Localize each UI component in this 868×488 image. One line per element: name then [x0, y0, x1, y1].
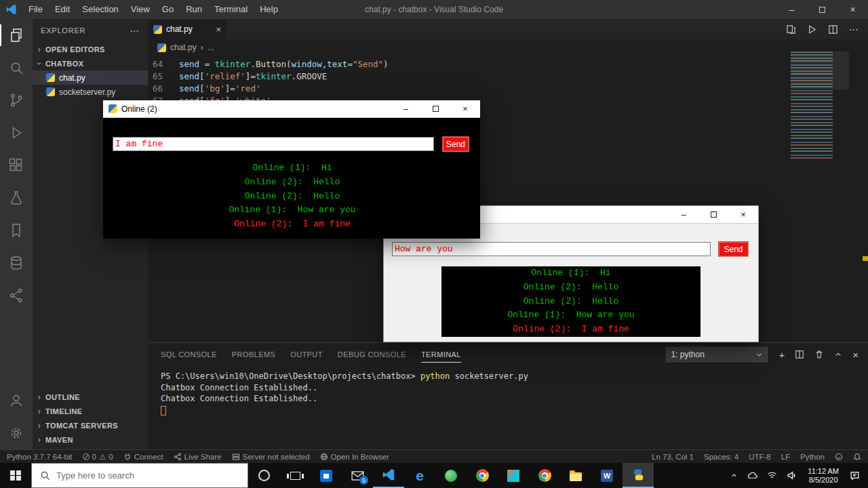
onedrive-icon[interactable] [743, 463, 762, 488]
minimize-button[interactable]: – [391, 100, 420, 117]
close-button[interactable]: × [837, 0, 868, 19]
terminal-shell-select[interactable]: 1: python [665, 346, 768, 363]
database-icon[interactable] [0, 247, 33, 279]
sql-connect-status[interactable]: Connect [123, 453, 163, 461]
breadcrumb[interactable]: chat.py › ... [148, 39, 868, 56]
terminal-output[interactable]: PS C:\Users\win10\OneDrive\Desktop\proje… [161, 371, 861, 405]
minimize-button[interactable]: – [776, 0, 807, 19]
chat-window-1-titlebar[interactable]: Online (2) – × [103, 100, 480, 118]
edge-button[interactable] [404, 463, 435, 488]
kill-terminal-icon[interactable] [814, 350, 824, 359]
indentation[interactable]: Spaces: 4 [704, 453, 738, 461]
maximize-panel-icon[interactable] [834, 350, 842, 359]
minimap[interactable] [791, 52, 849, 160]
file-item-chat-py[interactable]: chat.py [33, 70, 148, 85]
bookmarks-icon[interactable] [0, 214, 33, 247]
explorer-icon[interactable] [0, 19, 33, 52]
menu-terminal[interactable]: Terminal [208, 0, 254, 19]
menu-help[interactable]: Help [254, 0, 284, 19]
run-python-file-icon[interactable] [807, 24, 817, 35]
chrome-button[interactable] [467, 463, 498, 488]
tab-close-icon[interactable]: × [216, 24, 221, 35]
tab-sql-console[interactable]: SQL CONSOLE [161, 347, 217, 362]
chat-history[interactable]: Online (1): HiOnline (2): HelloOnline (2… [163, 161, 422, 232]
server-status[interactable]: Server not selected [232, 453, 310, 461]
close-button[interactable]: × [728, 206, 758, 223]
task-view-button[interactable] [279, 463, 311, 488]
section-chatbox-folder[interactable]: › CHATBOX [33, 56, 148, 70]
close-button[interactable]: × [450, 100, 480, 117]
eol-sequence[interactable]: LF [781, 453, 790, 461]
groove-button[interactable] [435, 463, 467, 488]
section-outline[interactable]: › OUTLINE [33, 390, 148, 404]
send-button[interactable]: Send [718, 241, 749, 257]
sidebar-more-actions-icon[interactable]: ⋯ [130, 25, 140, 36]
cursor-position[interactable]: Ln 73, Col 1 [652, 453, 694, 461]
menu-go[interactable]: Go [156, 0, 180, 19]
account-icon[interactable] [0, 384, 33, 417]
store-button[interactable] [311, 463, 342, 488]
section-tomcat-servers[interactable]: › TOMCAT SERVERS [33, 418, 148, 432]
close-panel-icon[interactable]: × [852, 349, 859, 361]
word-button[interactable] [591, 463, 623, 488]
maximize-button[interactable] [807, 0, 837, 19]
split-editor-icon[interactable] [828, 24, 838, 35]
tab-output[interactable]: OUTPUT [290, 347, 323, 362]
chat-history[interactable]: Online (1): HiOnline (2): HelloOnline (2… [441, 266, 701, 337]
live-share-status[interactable]: Live Share [174, 453, 222, 461]
search-input[interactable] [56, 470, 226, 481]
tab-debug-console[interactable]: DEBUG CONSOLE [338, 347, 406, 362]
extensions-icon[interactable] [0, 149, 33, 182]
taskbar-search[interactable] [31, 463, 248, 488]
problems-status[interactable]: 0 ⚠ 0 [83, 452, 113, 462]
tab-terminal[interactable]: TERMINAL [421, 347, 461, 363]
language-mode[interactable]: Python [800, 453, 825, 461]
maximize-button[interactable] [698, 206, 728, 223]
vscode-button[interactable] [373, 463, 404, 488]
testing-icon[interactable] [0, 182, 33, 214]
run-debug-icon[interactable] [0, 117, 33, 149]
menu-run[interactable]: Run [180, 0, 208, 19]
notifications-bell-icon[interactable] [853, 453, 861, 461]
file-explorer-button[interactable] [560, 463, 591, 488]
network-icon[interactable] [762, 463, 782, 488]
message-input[interactable] [392, 242, 711, 256]
taskbar-clock[interactable]: 11:12 AM 8/5/2020 [802, 463, 845, 488]
menu-edit[interactable]: Edit [49, 0, 76, 19]
python-app-button[interactable] [623, 463, 654, 488]
tab-chat-py[interactable]: chat.py × [148, 19, 226, 39]
section-open-editors[interactable]: › OPEN EDITORS [33, 42, 148, 56]
menu-view[interactable]: View [125, 0, 156, 19]
breadcrumb-file[interactable]: chat.py [170, 43, 197, 52]
more-actions-icon[interactable]: ⋯ [849, 24, 859, 35]
mail-button[interactable]: 5 [342, 463, 373, 488]
live-share-icon[interactable] [0, 279, 33, 312]
start-button[interactable] [0, 463, 31, 488]
cortana-button[interactable] [248, 463, 279, 488]
pycharm-button[interactable] [498, 463, 529, 488]
chrome-2-button[interactable] [529, 463, 560, 488]
send-button[interactable]: Send [442, 136, 469, 152]
section-timeline[interactable]: › TIMELINE [33, 404, 148, 418]
new-terminal-icon[interactable]: + [778, 349, 785, 361]
split-terminal-icon[interactable] [795, 350, 804, 359]
hidden-icons-caret[interactable] [726, 463, 743, 488]
action-center-icon[interactable] [845, 463, 868, 488]
menu-selection[interactable]: Selection [76, 0, 124, 19]
open-changes-icon[interactable] [786, 24, 796, 35]
message-input[interactable] [113, 137, 434, 151]
open-in-browser-status[interactable]: Open In Browser [320, 453, 389, 461]
menu-file[interactable]: File [22, 0, 49, 19]
section-maven[interactable]: › MAVEN [33, 432, 148, 447]
minimize-button[interactable]: – [669, 206, 698, 223]
file-item-socketserver-py[interactable]: socketserver.py [33, 85, 148, 99]
maximize-button[interactable] [420, 100, 450, 117]
tab-problems[interactable]: PROBLEMS [232, 347, 275, 362]
search-icon[interactable] [0, 52, 33, 84]
python-interpreter-status[interactable]: Python 3.7.7 64-bit [7, 453, 73, 461]
breadcrumb-symbol[interactable]: ... [208, 43, 214, 52]
encoding[interactable]: UTF-8 [749, 453, 771, 461]
volume-icon[interactable] [782, 463, 802, 488]
source-control-icon[interactable] [0, 84, 33, 117]
settings-gear-icon[interactable] [0, 417, 33, 449]
